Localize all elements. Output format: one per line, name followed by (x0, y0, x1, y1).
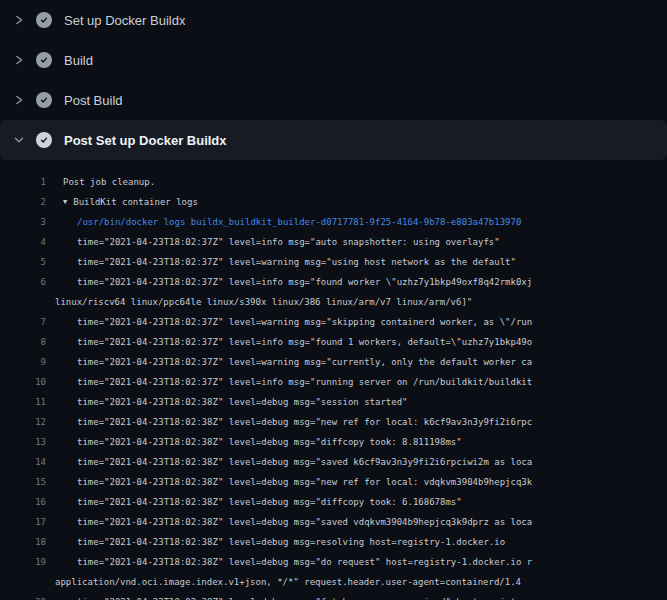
log-line-number[interactable]: 8 (0, 332, 46, 352)
log-line: 14time="2021-04-23T18:02:38Z" level=debu… (0, 452, 667, 472)
log-line-number[interactable]: 20 (0, 592, 46, 600)
chevron-right-icon[interactable] (13, 14, 25, 26)
log-line: 4time="2021-04-23T18:02:37Z" level=info … (0, 232, 667, 252)
step-title: Build (64, 53, 93, 68)
log-line: 2▼BuildKit container logs (0, 192, 667, 212)
log-command-text: /usr/bin/docker logs buildx_buildkit_bui… (46, 212, 667, 232)
success-check-circle-icon (36, 12, 52, 28)
log-line: 10time="2021-04-23T18:02:37Z" level=info… (0, 372, 667, 392)
log-line-number[interactable]: 19 (0, 552, 46, 572)
log-line-number[interactable]: 12 (0, 412, 46, 432)
log-line-text: time="2021-04-23T18:02:38Z" level=debug … (46, 592, 667, 600)
log-line-text: time="2021-04-23T18:02:37Z" level=warnin… (46, 312, 667, 332)
chevron-right-icon[interactable] (13, 94, 25, 106)
log-line: 9time="2021-04-23T18:02:37Z" level=warni… (0, 352, 667, 372)
log-line-text: time="2021-04-23T18:02:38Z" level=debug … (46, 432, 667, 452)
step-title: Post Set up Docker Buildx (64, 133, 227, 148)
log-line-number[interactable]: 15 (0, 472, 46, 492)
log-line-number[interactable]: 18 (0, 532, 46, 552)
log-line-number[interactable]: 9 (0, 352, 46, 372)
log-line-number (0, 572, 46, 592)
log-line-text: time="2021-04-23T18:02:38Z" level=debug … (46, 452, 667, 472)
success-check-circle-icon (36, 92, 52, 108)
log-line: 1Post job cleanup. (0, 172, 667, 192)
log-line-number[interactable]: 16 (0, 492, 46, 512)
log-pane: 1Post job cleanup.2▼BuildKit container l… (0, 160, 667, 600)
log-line-number[interactable]: 6 (0, 272, 46, 292)
log-line-text: linux/riscv64 linux/ppc64le linux/s390x … (46, 292, 667, 312)
chevron-down-icon[interactable] (13, 134, 25, 146)
log-line: 6time="2021-04-23T18:02:37Z" level=info … (0, 272, 667, 292)
log-line: 7time="2021-04-23T18:02:37Z" level=warni… (0, 312, 667, 332)
log-line-text: time="2021-04-23T18:02:38Z" level=debug … (46, 532, 667, 552)
log-line-number[interactable]: 17 (0, 512, 46, 532)
step-row-post-set-up-docker-buildx[interactable]: Post Set up Docker Buildx (0, 120, 667, 160)
log-line-text: time="2021-04-23T18:02:38Z" level=debug … (46, 392, 667, 412)
log-line-number[interactable]: 4 (0, 232, 46, 252)
log-line-number[interactable]: 11 (0, 392, 46, 412)
step-row-build[interactable]: Build (0, 40, 667, 80)
log-line: 5time="2021-04-23T18:02:37Z" level=warni… (0, 252, 667, 272)
log-line: 20time="2021-04-23T18:02:38Z" level=debu… (0, 592, 667, 600)
log-line-text: time="2021-04-23T18:02:37Z" level=info m… (46, 372, 667, 392)
log-line-text: Post job cleanup. (46, 172, 667, 192)
chevron-right-icon[interactable] (13, 54, 25, 66)
group-title-text[interactable]: BuildKit container logs (73, 197, 198, 207)
log-line: 16time="2021-04-23T18:02:38Z" level=debu… (0, 492, 667, 512)
step-title: Post Build (64, 93, 123, 108)
log-line-number[interactable]: 2 (0, 192, 46, 212)
log-line: 19time="2021-04-23T18:02:38Z" level=debu… (0, 552, 667, 572)
success-check-circle-icon (36, 132, 52, 148)
log-line: 3/usr/bin/docker logs buildx_buildkit_bu… (0, 212, 667, 232)
log-line-number[interactable]: 13 (0, 432, 46, 452)
log-line: 18time="2021-04-23T18:02:38Z" level=debu… (0, 532, 667, 552)
step-row-post-build[interactable]: Post Build (0, 80, 667, 120)
step-row-set-up-docker-buildx[interactable]: Set up Docker Buildx (0, 0, 667, 40)
log-line: linux/riscv64 linux/ppc64le linux/s390x … (0, 292, 667, 312)
actions-log-viewer: Set up Docker BuildxBuildPost BuildPost … (0, 0, 667, 600)
log-line-text: ▼BuildKit container logs (46, 192, 667, 212)
log-line: 13time="2021-04-23T18:02:38Z" level=debu… (0, 432, 667, 452)
log-line-text: time="2021-04-23T18:02:38Z" level=debug … (46, 472, 667, 492)
step-title: Set up Docker Buildx (64, 13, 185, 28)
log-line: 12time="2021-04-23T18:02:38Z" level=debu… (0, 412, 667, 432)
steps-list: Set up Docker BuildxBuildPost BuildPost … (0, 0, 667, 160)
log-line-number[interactable]: 7 (0, 312, 46, 332)
log-line: 11time="2021-04-23T18:02:38Z" level=debu… (0, 392, 667, 412)
log-line: 8time="2021-04-23T18:02:37Z" level=info … (0, 332, 667, 352)
log-line-number[interactable]: 5 (0, 252, 46, 272)
log-line-text: time="2021-04-23T18:02:37Z" level=warnin… (46, 252, 667, 272)
group-collapse-triangle-icon[interactable]: ▼ (63, 192, 67, 212)
log-line-text: time="2021-04-23T18:02:37Z" level=warnin… (46, 352, 667, 372)
log-line-text: time="2021-04-23T18:02:38Z" level=debug … (46, 492, 667, 512)
success-check-circle-icon (36, 52, 52, 68)
log-line: application/vnd.oci.image.index.v1+json,… (0, 572, 667, 592)
log-line-text: time="2021-04-23T18:02:38Z" level=debug … (46, 412, 667, 432)
log-line-number[interactable]: 10 (0, 372, 46, 392)
log-line-number[interactable]: 3 (0, 212, 46, 232)
log-line: 17time="2021-04-23T18:02:38Z" level=debu… (0, 512, 667, 532)
log-line-number (0, 292, 46, 312)
log-line-text: time="2021-04-23T18:02:37Z" level=info m… (46, 232, 667, 252)
log-line-number[interactable]: 14 (0, 452, 46, 472)
log-line-text: time="2021-04-23T18:02:38Z" level=debug … (46, 512, 667, 532)
log-line-text: time="2021-04-23T18:02:37Z" level=info m… (46, 332, 667, 352)
log-line: 15time="2021-04-23T18:02:38Z" level=debu… (0, 472, 667, 492)
log-line-text: time="2021-04-23T18:02:38Z" level=debug … (46, 552, 667, 572)
log-line-number[interactable]: 1 (0, 172, 46, 192)
log-line-text: time="2021-04-23T18:02:37Z" level=info m… (46, 272, 667, 292)
log-line-text: application/vnd.oci.image.index.v1+json,… (46, 572, 667, 592)
